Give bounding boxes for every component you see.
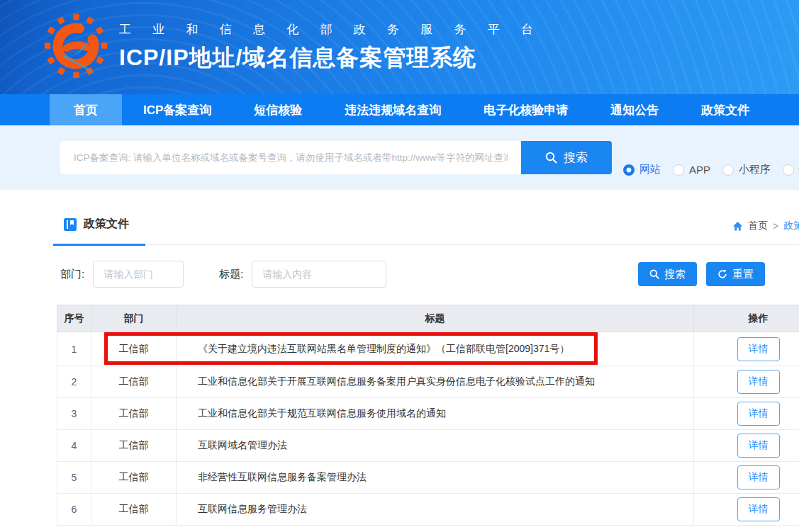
col-header-no: 序号 [57, 305, 91, 332]
breadcrumb: 首页 > 政策文件 [732, 220, 799, 232]
radio-miniprogram[interactable]: 小程序 [722, 163, 771, 176]
section-title: 政策文件 [84, 217, 129, 232]
row-index: 3 [57, 398, 91, 430]
miit-logo-icon [43, 13, 109, 82]
row-dept: 工信部 [91, 332, 177, 366]
search-icon [649, 269, 659, 279]
policy-table: 序号 部门 标题 操作 1 工信部 《关于建立境内违法互联网站黑名单管理制度的通… [57, 305, 799, 526]
dept-filter-label: 部门: [60, 268, 84, 281]
icp-search-section: 搜索 网站 APP 小程序 快应用 [0, 125, 799, 190]
detail-button[interactable]: 详情 [737, 434, 780, 458]
row-dept: 工信部 [91, 398, 177, 430]
row-dept: 工信部 [91, 430, 177, 462]
row-title: 工业和信息化部关于开展互联网信息服务备案用户真实身份信息电子化核验试点工作的通知 [177, 366, 694, 398]
filter-reset-button[interactable]: 重置 [706, 262, 765, 286]
detail-button[interactable]: 详情 [737, 497, 780, 521]
refresh-icon [717, 269, 727, 279]
detail-button[interactable]: 详情 [737, 337, 780, 361]
nav-item-icp-query[interactable]: ICP备案查询 [122, 94, 233, 125]
col-header-op: 操作 [694, 305, 799, 332]
row-index: 1 [57, 332, 91, 366]
radio-quickapp[interactable]: 快应用 [783, 163, 799, 176]
row-dept: 工信部 [91, 366, 177, 398]
nav-item-illegal-domain[interactable]: 违法违规域名查询 [323, 94, 462, 125]
search-icon [545, 152, 557, 164]
icp-search-button[interactable]: 搜索 [521, 141, 612, 174]
search-type-group: 网站 APP 小程序 快应用 [623, 163, 799, 176]
page-title: ICP/IP地址/域名信息备案管理系统 [119, 43, 554, 74]
row-dept: 工信部 [91, 462, 177, 494]
tab-underline [53, 244, 145, 246]
detail-button[interactable]: 详情 [737, 465, 780, 489]
section-header: 政策文件 首页 > 政策文件 [53, 208, 799, 245]
nav-item-home[interactable]: 首页 [50, 94, 122, 125]
table-row: 2 工信部 工业和信息化部关于开展互联网信息服务备案用户真实身份信息电子化核验试… [57, 366, 799, 398]
breadcrumb-current: 政策文件 [783, 220, 799, 232]
table-row: 3 工信部 工业和信息化部关于规范互联网信息服务使用域名的通知 详情 [57, 398, 799, 430]
filter-bar: 部门: 标题: 搜索 重置 [60, 261, 799, 288]
radio-dot-icon [722, 164, 734, 176]
main-nav: 首页 ICP备案查询 短信核验 违法违规域名查询 电子化核验申请 通知公告 政策… [0, 94, 799, 125]
table-row: 6 工信部 互联网信息服务管理办法 详情 [57, 494, 799, 526]
breadcrumb-home[interactable]: 首页 [748, 220, 768, 232]
row-title: 工业和信息化部关于规范互联网信息服务使用域名的通知 [177, 398, 694, 430]
policy-file-icon [63, 217, 77, 232]
radio-app[interactable]: APP [673, 164, 710, 176]
radio-dot-icon [623, 164, 635, 176]
title-filter-input[interactable] [252, 261, 386, 288]
table-row: 4 工信部 互联网域名管理办法 详情 [57, 430, 799, 462]
row-index: 5 [57, 462, 91, 494]
table-header-row: 序号 部门 标题 操作 [57, 305, 799, 332]
nav-item-policy[interactable]: 政策文件 [680, 94, 771, 125]
home-icon [732, 221, 743, 232]
nav-item-notices[interactable]: 通知公告 [589, 94, 680, 125]
portal-subtitle: 工业和信息化部政务服务平台 [119, 21, 554, 38]
col-header-title: 标题 [177, 305, 694, 332]
row-dept: 工信部 [91, 494, 177, 526]
table-row: 1 工信部 《关于建立境内违法互联网站黑名单管理制度的通知》（工信部联电管[20… [57, 332, 799, 366]
row-title: 非经营性互联网信息服务备案管理办法 [177, 462, 694, 494]
col-header-dept: 部门 [91, 305, 177, 332]
row-title: 互联网信息服务管理办法 [177, 494, 694, 526]
radio-website[interactable]: 网站 [623, 163, 661, 176]
row-title: 《关于建立境内违法互联网站黑名单管理制度的通知》（工信部联电管[2009]371… [177, 332, 694, 366]
table-row: 5 工信部 非经营性互联网信息服务备案管理办法 详情 [57, 462, 799, 494]
nav-item-sms-verify[interactable]: 短信核验 [233, 94, 323, 125]
breadcrumb-separator: > [773, 220, 778, 232]
detail-button[interactable]: 详情 [737, 370, 780, 394]
dept-filter-input[interactable] [93, 261, 184, 288]
detail-button[interactable]: 详情 [737, 402, 780, 426]
row-index: 4 [57, 430, 91, 462]
tab-policy-files: 政策文件 [63, 217, 129, 232]
radio-dot-icon [673, 164, 684, 176]
row-title: 互联网域名管理办法 [177, 430, 694, 462]
icp-search-input[interactable] [60, 141, 521, 174]
app-header: 工业和信息化部政务服务平台 ICP/IP地址/域名信息备案管理系统 [0, 0, 799, 94]
nav-item-e-verify[interactable]: 电子化核验申请 [462, 94, 589, 125]
radio-dot-icon [783, 164, 794, 176]
filter-search-button[interactable]: 搜索 [638, 262, 697, 286]
row-index: 2 [57, 366, 91, 398]
row-index: 6 [57, 494, 91, 526]
title-filter-label: 标题: [219, 268, 243, 281]
